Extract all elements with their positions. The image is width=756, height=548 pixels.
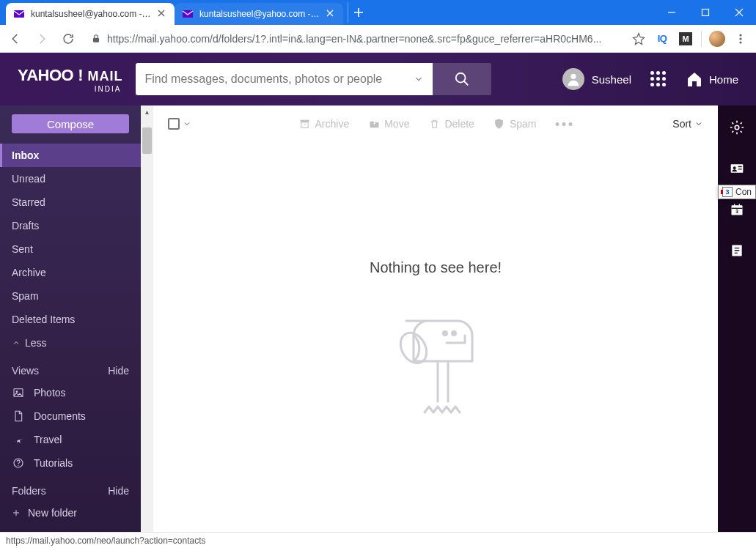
sidebar-item-sent[interactable]: Sent bbox=[0, 237, 141, 261]
search-box[interactable] bbox=[136, 63, 433, 95]
bookmark-star-icon[interactable] bbox=[631, 31, 647, 47]
delete-label: Delete bbox=[444, 118, 474, 130]
calendar-icon: 3 bbox=[730, 202, 744, 217]
gear-icon bbox=[729, 119, 745, 136]
sidebar-item-archive[interactable]: Archive bbox=[0, 261, 141, 284]
m-extension-icon[interactable]: M bbox=[678, 31, 694, 47]
home-link[interactable]: Home bbox=[686, 70, 738, 88]
rail-settings[interactable] bbox=[718, 116, 756, 139]
window-close-button[interactable] bbox=[722, 0, 756, 25]
url-text: https://mail.yahoo.com/d/folders/1?.intl… bbox=[107, 33, 601, 45]
browser-tab-inactive[interactable]: kuntalsusheel@yahoo.com - Yahoo bbox=[175, 3, 343, 25]
compose-button[interactable]: Compose bbox=[12, 114, 129, 133]
logo-region: INDIA bbox=[95, 85, 122, 93]
archive-button[interactable]: Archive bbox=[299, 118, 350, 130]
status-url: https://mail.yahoo.com/neo/launch?action… bbox=[6, 536, 206, 546]
sidebar: Compose Inbox Unread Starred Drafts Sent… bbox=[0, 105, 141, 532]
svg-point-5 bbox=[739, 37, 741, 40]
browser-menu-button[interactable] bbox=[733, 31, 749, 47]
svg-point-7 bbox=[456, 73, 466, 83]
svg-rect-3 bbox=[93, 37, 99, 42]
rail-contacts[interactable]: 3 bbox=[718, 198, 756, 221]
window-minimize-button[interactable] bbox=[655, 0, 689, 25]
view-travel[interactable]: Travel bbox=[0, 428, 141, 451]
window-maximize-button[interactable] bbox=[689, 0, 722, 25]
svg-rect-1 bbox=[183, 10, 193, 18]
url-field[interactable]: https://mail.yahoo.com/d/folders/1?.intl… bbox=[84, 29, 626, 49]
sidebar-item-deleted[interactable]: Deleted Items bbox=[0, 308, 141, 331]
tab-close-icon[interactable] bbox=[157, 9, 167, 19]
svg-rect-2 bbox=[702, 10, 709, 16]
browser-status-bar: https://mail.yahoo.com/neo/launch?action… bbox=[0, 532, 756, 548]
view-label: Travel bbox=[34, 434, 62, 445]
search-button[interactable] bbox=[433, 63, 491, 95]
empty-state: Nothing to see here! bbox=[153, 142, 718, 532]
chevron-down-icon[interactable] bbox=[414, 74, 424, 84]
browser-tab-active[interactable]: kuntalsusheel@yahoo.com - Yahoo bbox=[6, 3, 175, 25]
sidebar-item-unread[interactable]: Unread bbox=[0, 167, 141, 190]
lock-icon bbox=[91, 34, 101, 44]
archive-icon bbox=[299, 118, 311, 130]
svg-point-12 bbox=[18, 465, 18, 466]
tooltip-text: Con bbox=[735, 187, 752, 197]
spam-label: Spam bbox=[510, 118, 537, 130]
chevron-down-icon[interactable] bbox=[183, 119, 191, 128]
nav-forward-button[interactable] bbox=[31, 28, 53, 50]
sidebar-item-spam[interactable]: Spam bbox=[0, 284, 141, 308]
apps-grid-icon[interactable] bbox=[650, 71, 667, 87]
sidebar-item-starred[interactable]: Starred bbox=[0, 190, 141, 214]
svg-point-17 bbox=[452, 332, 456, 336]
rail-notepad[interactable] bbox=[718, 239, 756, 262]
select-all-checkbox[interactable] bbox=[168, 118, 191, 130]
new-folder-button[interactable]: New folder bbox=[0, 501, 141, 525]
view-tutorials[interactable]: Tutorials bbox=[0, 451, 141, 475]
user-avatar-icon bbox=[562, 68, 584, 90]
delete-button[interactable]: Delete bbox=[428, 118, 474, 130]
documents-icon bbox=[12, 410, 25, 422]
sidebar-item-drafts[interactable]: Drafts bbox=[0, 214, 141, 237]
more-button[interactable] bbox=[555, 122, 572, 126]
spam-button[interactable]: Spam bbox=[493, 118, 537, 130]
home-label: Home bbox=[709, 73, 738, 86]
svg-point-16 bbox=[444, 332, 447, 336]
travel-icon bbox=[12, 434, 25, 445]
right-rail: 3 3 Con bbox=[718, 105, 756, 532]
folders-title: Folders bbox=[12, 485, 46, 497]
app-header: YAHOO! MAIL INDIA Sush bbox=[0, 53, 756, 105]
new-folder-label: New folder bbox=[28, 507, 77, 519]
user-menu[interactable]: Susheel bbox=[562, 68, 631, 90]
view-label: Documents bbox=[34, 410, 86, 422]
iq-extension-icon[interactable]: IQ bbox=[654, 31, 670, 47]
nav-back-button[interactable] bbox=[4, 28, 26, 50]
view-photos[interactable]: Photos bbox=[0, 381, 141, 404]
mail-favicon-icon bbox=[182, 8, 194, 20]
tutorials-icon bbox=[12, 457, 25, 469]
sidebar-item-inbox[interactable]: Inbox bbox=[0, 144, 141, 167]
checkbox-icon bbox=[168, 118, 180, 130]
folders-hide[interactable]: Hide bbox=[108, 485, 129, 497]
collapse-less[interactable]: Less bbox=[0, 331, 141, 355]
scrollbar-up-icon[interactable]: ▴ bbox=[141, 108, 153, 116]
views-section-header: Views Hide bbox=[0, 355, 141, 381]
nav-reload-button[interactable] bbox=[57, 28, 79, 50]
svg-point-20 bbox=[733, 166, 736, 169]
user-name: Susheel bbox=[592, 73, 631, 86]
rail-contacts-card[interactable] bbox=[718, 157, 756, 180]
tab-close-icon[interactable] bbox=[326, 9, 336, 19]
profile-avatar-icon[interactable] bbox=[709, 31, 725, 47]
search-icon bbox=[454, 71, 470, 87]
sort-button[interactable]: Sort bbox=[672, 118, 703, 130]
svg-point-10 bbox=[16, 390, 18, 393]
search-input[interactable] bbox=[144, 73, 414, 86]
shield-icon bbox=[493, 118, 505, 130]
move-button[interactable]: Move bbox=[368, 118, 409, 130]
view-documents[interactable]: Documents bbox=[0, 404, 141, 428]
yahoo-mail-logo[interactable]: YAHOO! MAIL INDIA bbox=[18, 66, 122, 93]
scrollbar-thumb[interactable] bbox=[142, 127, 152, 154]
views-hide[interactable]: Hide bbox=[108, 365, 129, 377]
sidebar-scrollbar[interactable]: ▴ bbox=[141, 105, 153, 532]
notepad-icon bbox=[730, 243, 744, 258]
chevron-up-icon bbox=[12, 338, 21, 347]
photos-icon bbox=[12, 387, 25, 399]
new-tab-button[interactable] bbox=[348, 2, 368, 23]
